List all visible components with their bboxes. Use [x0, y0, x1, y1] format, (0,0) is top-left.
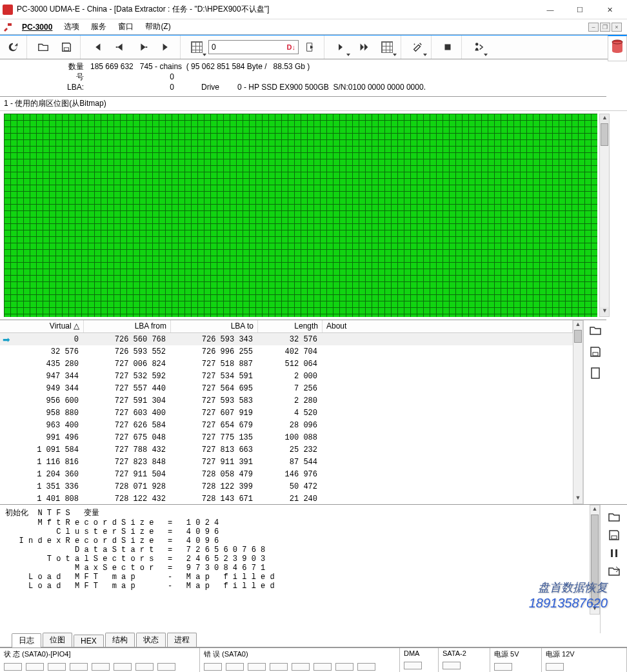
svg-point-4 [414, 44, 415, 45]
open-button[interactable] [32, 36, 55, 59]
jump-address-field[interactable]: 0 D↓ [208, 40, 299, 54]
svg-rect-3 [146, 46, 148, 48]
svg-point-6 [475, 43, 479, 46]
main-toolbar: 0 D↓ [0, 35, 627, 59]
window-titlebar: PC-3000 UDMA-E - China - [Data Extractor… [0, 0, 627, 19]
table-row[interactable]: 991 496 727 675 048 727 775 135 100 088 [0, 431, 573, 443]
settings-button[interactable] [406, 36, 429, 59]
menubar: PC-3000 选项 服务 窗口 帮助(Z) – ❐ × [0, 19, 627, 35]
log-scrollbar[interactable]: ▲ ▼ [590, 505, 600, 615]
close-button[interactable]: ✕ [595, 0, 624, 19]
table-row[interactable]: 958 880 727 603 400 727 607 919 4 520 [0, 407, 573, 419]
maximize-button[interactable]: ☐ [565, 0, 595, 19]
database-icon [611, 39, 624, 58]
menu-options[interactable]: 选项 [61, 20, 82, 34]
status-led [443, 662, 461, 669]
bottom-tabs: 日志 位图 HEX 结构 状态 进程 [0, 633, 627, 647]
table-row[interactable]: 32 576 726 593 552 726 996 255 402 704 [0, 345, 573, 358]
col-lba-to[interactable]: LBA to [171, 320, 258, 332]
menu-service[interactable]: 服务 [88, 20, 109, 34]
table-body[interactable]: 0 726 560 768 726 593 343 32 576 32 576 … [0, 333, 573, 504]
tab-bitmap[interactable]: 位图 [43, 633, 72, 647]
menu-pc3000[interactable]: PC-3000 [19, 21, 55, 33]
side-db-panel[interactable] [608, 36, 627, 61]
log-container: 初始化 N T F S 变量 M f t R e c o r d S i z e… [0, 504, 627, 633]
table-row[interactable]: 0 726 560 768 726 593 343 32 576 [0, 333, 573, 345]
mdi-controls: – ❐ × [588, 23, 624, 32]
info-panel: 数量 185 669 632 745 - chains ( 95 062 851… [0, 59, 606, 97]
tools-icon [3, 22, 13, 32]
jump-address-value: 0 [212, 43, 216, 52]
status-led [26, 663, 44, 671]
tab-struct[interactable]: 结构 [105, 633, 135, 647]
tab-process[interactable]: 进程 [167, 633, 197, 647]
status-led [70, 663, 88, 671]
table-row[interactable]: 949 344 727 557 440 727 564 695 7 256 [0, 382, 573, 394]
col-about[interactable]: About [323, 320, 573, 332]
status-g1-title: 状 态 (SATA0)-[PIO4] [4, 649, 195, 659]
svg-rect-12 [611, 549, 613, 557]
table-row[interactable]: 1 351 336 728 071 928 728 122 399 50 472 [0, 480, 573, 493]
grid-toggle-button[interactable] [185, 36, 208, 59]
status-g4-title: SATA-2 [443, 649, 486, 657]
save-button[interactable] [55, 36, 78, 59]
table-row[interactable]: 947 344 727 532 592 727 534 591 2 000 [0, 370, 573, 382]
log-save-button[interactable] [606, 528, 622, 542]
status-led [114, 663, 132, 671]
minimize-button[interactable]: — [535, 0, 565, 19]
mdi-close[interactable]: × [612, 23, 622, 32]
table-row[interactable]: 435 280 727 006 824 727 518 887 512 064 [0, 358, 573, 370]
col-virtual[interactable]: Virtual △ [0, 320, 84, 332]
stop-button[interactable] [436, 36, 459, 59]
menu-help[interactable]: 帮助(Z) [143, 20, 173, 34]
svg-rect-9 [593, 352, 598, 356]
menu-window[interactable]: 窗口 [115, 20, 136, 34]
status-led [48, 663, 66, 671]
table-row[interactable]: 1 091 584 727 788 432 727 813 663 25 232 [0, 443, 573, 456]
table-save-button[interactable] [589, 345, 602, 360]
table-row[interactable]: 1 116 816 727 823 848 727 911 391 87 544 [0, 456, 573, 468]
count-label: 数量 [39, 61, 90, 72]
tab-hex[interactable]: HEX [74, 635, 104, 647]
lba-value: 0 [90, 83, 174, 92]
table-open-button[interactable] [589, 324, 602, 339]
svg-rect-11 [612, 536, 617, 539]
nav-last-button[interactable] [155, 36, 178, 59]
mdi-restore[interactable]: ❐ [600, 23, 610, 32]
tab-log[interactable]: 日志 [12, 633, 41, 647]
log-open-button[interactable] [606, 510, 622, 524]
table-row[interactable]: 1 401 808 728 122 432 728 143 671 21 240 [0, 493, 573, 504]
exit-button[interactable] [466, 36, 490, 59]
drive-value: 0 - HP SSD EX900 500GB S/N:0100 0000 000… [226, 83, 426, 92]
nav-prev-button[interactable] [108, 36, 132, 59]
log-output[interactable]: 初始化 N T F S 变量 M f t R e c o r d S i z e… [0, 505, 590, 633]
svg-rect-5 [445, 45, 451, 50]
app-icon [3, 5, 13, 15]
status-led [226, 663, 244, 671]
play-all-button[interactable] [352, 36, 375, 59]
table-scrollbar[interactable]: ▲ ▼ [573, 320, 583, 504]
mdi-minimize[interactable]: – [588, 23, 599, 32]
refresh-button[interactable] [1, 36, 25, 59]
status-led [4, 663, 22, 671]
col-length[interactable]: Length [258, 320, 323, 332]
status-led [335, 663, 353, 671]
table-row[interactable]: 963 400 727 626 584 727 654 679 28 096 [0, 419, 573, 431]
col-lba-from[interactable]: LBA from [84, 320, 171, 332]
svg-rect-1 [64, 48, 68, 51]
goto-button[interactable] [299, 36, 322, 59]
bitmap-canvas[interactable] [4, 114, 597, 317]
table-blank-button[interactable] [589, 367, 602, 382]
nav-next-button[interactable] [132, 36, 155, 59]
grid-view-button[interactable] [375, 36, 399, 59]
nav-first-button[interactable] [85, 36, 108, 59]
table-row[interactable]: 956 600 727 591 304 727 593 583 2 280 [0, 394, 573, 407]
tab-status[interactable]: 状态 [136, 633, 166, 647]
play-button[interactable] [329, 36, 352, 59]
bitmap-scrollbar[interactable]: ▲▼ [599, 114, 610, 317]
table-row[interactable]: 1 204 360 727 911 504 728 058 479 146 97… [0, 468, 573, 480]
log-pause-button[interactable] [606, 546, 622, 560]
svg-rect-0 [8, 23, 12, 26]
log-clear-button[interactable] [606, 564, 622, 578]
status-g2-title: 错 误 (SATA0) [204, 649, 395, 659]
